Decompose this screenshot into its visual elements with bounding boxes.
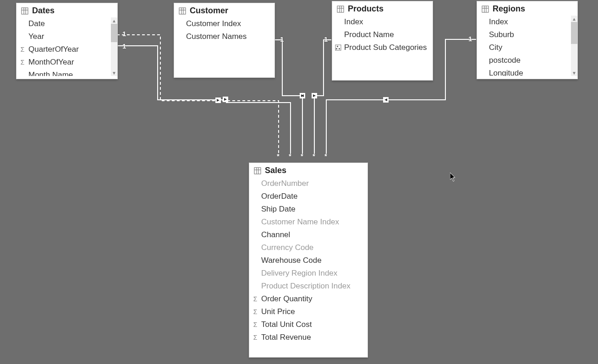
field-label: Product Description Index xyxy=(261,282,351,291)
field-row[interactable]: Product Name xyxy=(332,28,433,41)
field-row[interactable]: ΣQuarterOfYear xyxy=(16,43,111,56)
field-row[interactable]: Warehouse Code xyxy=(249,254,368,267)
table-regions[interactable]: Regions IndexSuburbCitypostcodeLongitude… xyxy=(477,1,578,79)
svg-rect-5 xyxy=(22,8,28,14)
svg-rect-1 xyxy=(223,97,228,102)
field-row[interactable]: Delivery Region Index xyxy=(249,267,368,280)
field-row[interactable]: postcode xyxy=(477,54,571,67)
field-label: Customer Names xyxy=(186,32,247,41)
field-label: Customer Name Index xyxy=(261,217,339,227)
scroll-down-icon[interactable]: ▼ xyxy=(571,70,577,76)
field-row[interactable]: Customer Name Index xyxy=(249,216,368,228)
field-row[interactable]: Ship Date xyxy=(249,203,368,216)
cardinality-one: 1 xyxy=(122,30,126,38)
sigma-icon: Σ xyxy=(251,308,259,315)
field-label: Index xyxy=(344,17,363,27)
field-label: Index xyxy=(489,17,508,27)
table-sales[interactable]: Sales OrderNumberOrderDateShip DateCusto… xyxy=(249,163,368,358)
table-customer[interactable]: Customer Customer IndexCustomer Names xyxy=(174,3,275,78)
field-row[interactable]: Customer Index xyxy=(174,17,274,30)
table-header[interactable]: Sales xyxy=(249,163,368,177)
cardinality-many: * xyxy=(324,152,327,160)
field-label: QuarterOfYear xyxy=(28,45,79,54)
table-icon xyxy=(482,5,489,13)
svg-rect-19 xyxy=(336,48,337,49)
field-row[interactable]: Customer Names xyxy=(174,30,274,43)
svg-rect-4 xyxy=(383,97,389,103)
field-row[interactable]: Product Description Index xyxy=(249,280,368,293)
field-row[interactable]: Suburb xyxy=(477,28,571,41)
field-row[interactable]: Currency Code xyxy=(249,241,368,254)
svg-rect-21 xyxy=(482,6,488,12)
field-row[interactable]: Product Sub Categories xyxy=(332,41,433,54)
mouse-cursor-icon xyxy=(450,173,456,182)
field-row[interactable]: Index xyxy=(332,16,433,28)
field-label: Product Sub Categories xyxy=(344,43,427,52)
cardinality-many: * xyxy=(289,152,291,160)
field-label: Date xyxy=(28,19,45,28)
svg-rect-20 xyxy=(339,48,340,49)
field-row[interactable]: Date xyxy=(16,17,111,30)
field-row[interactable]: Month Name xyxy=(16,69,111,76)
field-label: Delivery Region Index xyxy=(261,269,337,278)
table-title: Dates xyxy=(32,6,55,16)
field-row[interactable]: Channel xyxy=(249,228,368,241)
svg-rect-0 xyxy=(215,98,221,103)
field-label: Unit Price xyxy=(261,307,295,316)
field-label: OrderNumber xyxy=(261,179,309,188)
table-header[interactable]: Dates xyxy=(16,3,117,17)
svg-rect-17 xyxy=(335,45,341,50)
field-row[interactable]: Index xyxy=(477,16,571,28)
table-header[interactable]: Regions xyxy=(477,1,577,16)
table-dates[interactable]: Dates DateYearΣQuarterOfYearΣMonthOfYear… xyxy=(16,3,118,79)
field-label: City xyxy=(489,43,502,52)
scroll-thumb[interactable] xyxy=(571,22,577,44)
table-header[interactable]: Customer xyxy=(174,3,274,17)
svg-rect-13 xyxy=(337,6,344,12)
field-label: Total Revenue xyxy=(261,333,311,342)
field-row[interactable]: ΣTotal Revenue xyxy=(249,331,368,344)
scrollbar[interactable]: ▲ ▼ xyxy=(571,16,577,76)
svg-rect-9 xyxy=(179,8,186,14)
hierarchy-icon xyxy=(334,44,342,51)
field-label: Year xyxy=(28,32,44,41)
field-label: OrderDate xyxy=(261,192,297,201)
table-title: Customer xyxy=(190,6,228,16)
field-row[interactable]: OrderDate xyxy=(249,190,368,203)
field-row[interactable]: Year xyxy=(16,30,111,43)
field-list: DateYearΣQuarterOfYearΣMonthOfYearMonth … xyxy=(16,17,117,76)
scroll-down-icon[interactable]: ▼ xyxy=(111,70,117,76)
cardinality-many: * xyxy=(313,152,315,160)
field-label: Channel xyxy=(261,230,290,239)
field-label: Customer Index xyxy=(186,19,241,28)
field-row[interactable]: ΣOrder Quantity xyxy=(249,293,368,305)
scrollbar[interactable]: ▲ ▼ xyxy=(111,17,117,76)
scroll-up-icon[interactable]: ▲ xyxy=(111,17,117,24)
scroll-thumb[interactable] xyxy=(111,24,117,42)
field-label: Warehouse Code xyxy=(261,256,322,265)
field-label: Total Unit Cost xyxy=(261,320,312,329)
field-row[interactable]: ΣUnit Price xyxy=(249,305,368,318)
field-label: MonthOfYear xyxy=(28,58,74,67)
scroll-up-icon[interactable]: ▲ xyxy=(571,16,577,22)
sigma-icon: Σ xyxy=(18,59,27,66)
table-products[interactable]: Products IndexProduct NameProduct Sub Ca… xyxy=(332,1,433,81)
field-label: Longitude xyxy=(489,69,523,76)
sigma-icon: Σ xyxy=(18,46,27,53)
field-label: Month Name xyxy=(28,71,73,76)
field-row[interactable]: City xyxy=(477,41,571,54)
table-icon xyxy=(21,7,28,15)
field-row[interactable]: ΣTotal Unit Cost xyxy=(249,318,368,331)
table-icon xyxy=(179,7,186,15)
field-label: Product Name xyxy=(344,30,394,39)
field-list: IndexSuburbCitypostcodeLongitude xyxy=(477,16,577,76)
table-header[interactable]: Products xyxy=(332,1,433,16)
field-label: Order Quantity xyxy=(261,294,313,304)
field-row[interactable]: OrderNumber xyxy=(249,177,368,190)
cardinality-one: 1 xyxy=(324,35,328,43)
field-row[interactable]: Longitude xyxy=(477,67,571,76)
sigma-icon: Σ xyxy=(251,321,259,328)
field-row[interactable]: ΣMonthOfYear xyxy=(16,56,111,69)
table-title: Regions xyxy=(493,4,525,14)
svg-rect-2 xyxy=(300,93,305,98)
